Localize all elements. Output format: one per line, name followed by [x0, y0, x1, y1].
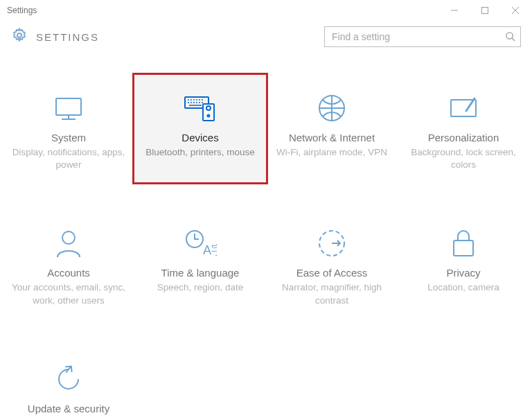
tile-accounts[interactable]: Accounts Your accounts, email, sync, wor… — [3, 210, 134, 317]
ease-of-access-icon — [317, 224, 347, 263]
tile-title: Update & security — [28, 403, 109, 414]
svg-point-10 — [62, 231, 75, 244]
tile-title: Personalization — [428, 132, 499, 143]
privacy-icon — [451, 224, 476, 263]
gear-icon — [11, 27, 28, 46]
tile-title: Network & Internet — [289, 132, 375, 143]
header: SETTINGS — [0, 21, 532, 53]
tile-desc: Narrator, magnifier, high contrast — [274, 281, 389, 306]
search-icon — [505, 31, 515, 44]
tile-title: Accounts — [47, 267, 90, 279]
close-icon — [512, 7, 519, 14]
svg-rect-14 — [454, 240, 473, 256]
tile-network[interactable]: Network & Internet Wi-Fi, airplane mode,… — [266, 75, 398, 182]
svg-text:A字: A字 — [203, 243, 217, 257]
tile-update-security[interactable]: Update & security Windows Update — [3, 346, 134, 420]
devices-icon — [182, 89, 218, 128]
app-title: SETTINGS — [36, 31, 99, 43]
close-button[interactable] — [500, 0, 531, 21]
tile-system[interactable]: System Display, notifications, apps, pow… — [3, 75, 134, 182]
tile-grid: System Display, notifications, apps, pow… — [0, 53, 532, 420]
update-security-icon — [53, 360, 84, 399]
time-language-icon: A字 — [184, 224, 217, 263]
tile-privacy[interactable]: Privacy Location, camera — [398, 210, 529, 317]
system-icon — [52, 89, 85, 128]
svg-point-1 — [17, 33, 21, 37]
tile-desc: Wi-Fi, airplane mode, VPN — [276, 146, 387, 159]
tile-desc: Speech, region, date — [157, 281, 244, 294]
tile-personalization[interactable]: Personalization Background, lock screen,… — [398, 75, 529, 182]
personalization-icon — [447, 89, 480, 128]
search-input[interactable] — [324, 26, 521, 47]
network-icon — [317, 89, 347, 128]
tile-ease-of-access[interactable]: Ease of Access Narrator, magnifier, high… — [266, 210, 398, 317]
maximize-icon — [481, 7, 488, 14]
tile-desc: Bluetooth, printers, mouse — [145, 146, 255, 159]
tile-desc: Display, notifications, apps, power — [11, 146, 126, 171]
svg-rect-3 — [56, 98, 81, 115]
search-wrap — [324, 26, 521, 47]
window-title: Settings — [7, 6, 37, 15]
svg-rect-0 — [482, 8, 488, 14]
tile-title: Ease of Access — [296, 267, 368, 279]
tile-desc: Background, lock screen, colors — [406, 146, 521, 171]
svg-point-2 — [506, 33, 513, 39]
tile-desc: Location, camera — [427, 281, 499, 294]
tile-time-language[interactable]: A字 Time & language Speech, region, date — [134, 210, 266, 317]
tile-title: Devices — [181, 132, 218, 143]
minimize-icon — [451, 7, 458, 14]
tile-title: Privacy — [446, 267, 480, 279]
minimize-button[interactable] — [439, 0, 470, 21]
accounts-icon — [55, 224, 82, 263]
tile-desc: Windows Update — [33, 417, 104, 420]
tile-title: System — [51, 132, 86, 143]
titlebar: Settings — [0, 0, 532, 21]
maximize-button[interactable] — [470, 0, 500, 21]
tile-title: Time & language — [161, 267, 240, 279]
tile-devices[interactable]: Devices Bluetooth, printers, mouse — [134, 75, 266, 182]
tile-desc: Your accounts, email, sync, work, other … — [11, 281, 126, 306]
